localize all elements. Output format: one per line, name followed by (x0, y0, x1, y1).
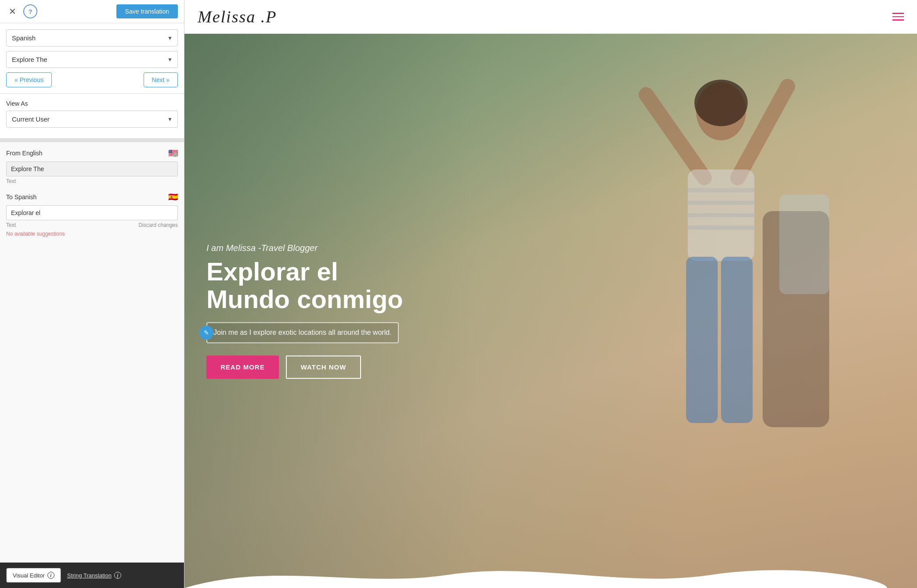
svg-rect-5 (686, 257, 718, 423)
to-meta: Text Discard changes (6, 222, 178, 228)
wave-bottom (184, 562, 887, 588)
from-type: Text (6, 178, 16, 184)
hamburger-line-1 (892, 13, 904, 14)
hero-subtitle: I am Melissa -Travel Blogger (206, 243, 403, 253)
from-english-input[interactable] (6, 161, 178, 176)
view-as-label: View As (6, 100, 178, 107)
no-suggestions-text: No available suggestions (6, 231, 178, 237)
close-button[interactable]: ✕ (6, 5, 19, 18)
discard-changes-link[interactable]: Discard changes (139, 222, 178, 228)
hero-description-text: Join me as I explore exotic locations al… (213, 329, 392, 336)
nav-buttons: « Previous Next » (6, 72, 178, 87)
hero-title-line1: Explorar el (206, 257, 338, 286)
to-label: To Spanish (6, 194, 36, 201)
separator (0, 139, 184, 142)
hamburger-line-3 (892, 19, 904, 21)
visual-editor-label: Visual Editor (13, 572, 45, 579)
site-header: Melissa .P (184, 0, 917, 34)
view-as-dropdown-wrap: Current UserGuestAdmin ▼ (6, 111, 178, 128)
hero-content: I am Melissa -Travel Blogger Explorar el… (206, 243, 403, 379)
from-meta: Text (6, 178, 178, 184)
top-bar: ✕ ? Save translation (0, 0, 184, 23)
view-as-area: View As Current UserGuestAdmin ▼ (0, 94, 184, 139)
previous-button[interactable]: « Previous (6, 72, 52, 87)
language-dropdown-wrap: SpanishFrenchGermanItalian ▼ (6, 29, 178, 47)
svg-rect-12 (780, 194, 830, 294)
language-dropdown[interactable]: SpanishFrenchGermanItalian (6, 29, 178, 47)
hamburger-line-2 (892, 16, 904, 18)
hero-figure (565, 45, 844, 544)
from-section-header: From English 🇺🇸 (6, 148, 178, 158)
hero-description: ✎ Join me as I explore exotic locations … (206, 322, 399, 343)
controls-area: SpanishFrenchGermanItalian ▼ Explore The… (0, 23, 184, 94)
hamburger-menu[interactable] (892, 13, 904, 21)
string-translation-tab[interactable]: String Translation i (67, 572, 121, 579)
hero-section: I am Melissa -Travel Blogger Explorar el… (184, 34, 917, 588)
string-dropdown-wrap: Explore TheI am MelissaJoin me asREAD MO… (6, 51, 178, 68)
logo-text: Melissa .P (198, 7, 277, 26)
svg-point-1 (695, 80, 748, 126)
save-translation-button[interactable]: Save translation (116, 4, 178, 18)
visual-editor-tab[interactable]: Visual Editor i (6, 568, 61, 583)
string-translation-label: String Translation (67, 572, 112, 579)
from-label: From English (6, 150, 42, 157)
edit-icon[interactable]: ✎ (199, 326, 213, 340)
hero-buttons: READ MORE WATCH NOW (206, 355, 403, 379)
view-as-dropdown[interactable]: Current UserGuestAdmin (6, 111, 178, 128)
to-spanish-input[interactable] (6, 205, 178, 220)
site-logo: Melissa .P (198, 7, 277, 26)
help-button[interactable]: ? (23, 4, 37, 18)
string-dropdown[interactable]: Explore TheI am MelissaJoin me asREAD MO… (6, 51, 178, 68)
svg-rect-6 (721, 257, 753, 423)
hero-title: Explorar el Mundo conmigo (206, 258, 403, 314)
to-section-header: To Spanish 🇪🇸 (6, 192, 178, 202)
string-translation-info-icon: i (114, 572, 121, 579)
hero-title-line2: Mundo conmigo (206, 285, 403, 314)
left-panel: ✕ ? Save translation SpanishFrenchGerman… (0, 0, 184, 588)
watch-now-button[interactable]: WATCH NOW (286, 355, 361, 379)
visual-editor-info-icon: i (47, 572, 54, 579)
read-more-button[interactable]: READ MORE (206, 355, 279, 379)
right-panel: Melissa .P (184, 0, 917, 588)
bottom-bar: Visual Editor i String Translation i (0, 563, 184, 588)
next-button[interactable]: Next » (144, 72, 178, 87)
to-type: Text (6, 222, 16, 228)
from-flag: 🇺🇸 (168, 148, 178, 158)
translation-area: From English 🇺🇸 Text To Spanish 🇪🇸 Text … (0, 142, 184, 563)
to-flag: 🇪🇸 (168, 192, 178, 202)
